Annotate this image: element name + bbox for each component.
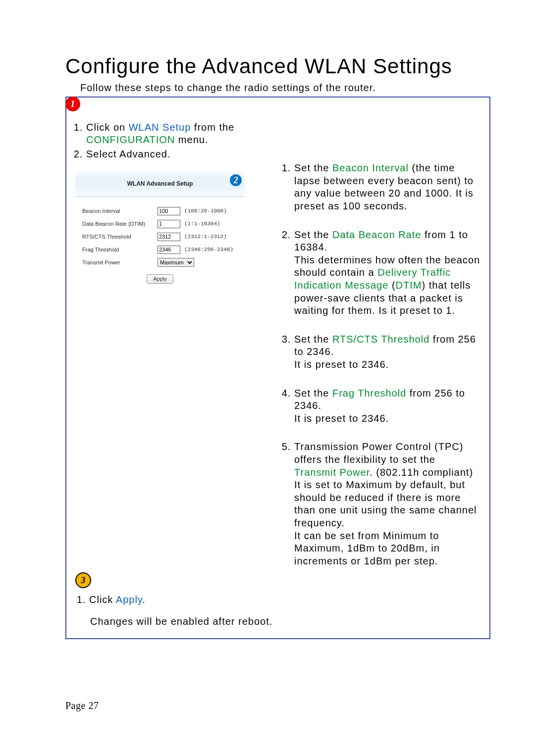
apply-button[interactable]: Apply [147, 274, 173, 284]
row-rts: RTS/CTS Threshold (2312:1-2312) [82, 231, 238, 243]
configuration-term: CONFIGURATION [86, 134, 175, 145]
right-step-3: Set the RTS/CTS Threshold from 256 to 23… [294, 333, 481, 371]
intro-text: Follow these steps to change the radio s… [80, 82, 490, 94]
step-badge-3: 3 [75, 572, 91, 588]
reboot-note: Changes will be enabled after reboot. [90, 616, 481, 627]
right-step-1: Set the Beacon Interval (the time lapse … [294, 162, 481, 212]
rts-hint: (2312:1-2312) [184, 234, 227, 240]
panel-title: WLAN Advanced Setup [127, 180, 193, 187]
dtim-label: Data Beacon Rate (DTIM) [82, 221, 158, 227]
right-step-2: Set the Data Beacon Rate from 1 to 16384… [294, 229, 481, 317]
rts-term: RTS/CTS Threshold [332, 334, 429, 345]
right-steps: Set the Beacon Interval (the time lapse … [275, 162, 481, 567]
left-step-2: Select Advanced. [86, 148, 264, 160]
wlan-setup-link[interactable]: WLAN Setup [129, 122, 191, 133]
step3-block: 3 Click Apply. Changes will be enabled a… [75, 572, 481, 627]
left-steps: Click on WLAN Setup from the CONFIGURATI… [75, 121, 264, 160]
row-beacon-interval: Beacon Interval (100:20-1000) [82, 205, 238, 217]
rts-label: RTS/CTS Threshold [82, 234, 158, 240]
dtim-term-short: DTIM [396, 280, 422, 291]
frag-label: Frag Threshold [82, 247, 158, 252]
tx-power-label: Transmit Power [82, 259, 158, 265]
page-number: Page 27 [65, 700, 99, 711]
dtim-input[interactable] [158, 220, 180, 228]
frag-hint: (2346:256-2346) [184, 247, 233, 252]
step3-item-1: Click Apply. [89, 593, 481, 606]
row-tx-power: Transmit Power Maximum [82, 256, 238, 268]
instruction-frame: 1 Click on WLAN Setup from the CONFIGURA… [65, 97, 490, 639]
beacon-interval-label: Beacon Interval [82, 208, 158, 214]
frag-input[interactable] [158, 246, 180, 254]
row-dtim: Data Beacon Rate (DTIM) (1:1-16384) [82, 218, 238, 230]
left-step-1: Click on WLAN Setup from the CONFIGURATI… [86, 121, 264, 146]
tx-power-select[interactable]: Maximum [158, 258, 194, 267]
right-step-4: Set the Frag Threshold from 256 to 2346.… [294, 387, 481, 425]
beacon-interval-input[interactable] [158, 207, 180, 215]
row-frag: Frag Threshold (2346:256-2346) [82, 244, 238, 255]
wlan-advanced-panel: WLAN Advanced Setup 2 Beacon Interval (1… [75, 171, 245, 292]
dtim-hint: (1:1-16384) [184, 221, 220, 227]
page-title: Configure the Advanced WLAN Settings [65, 54, 490, 78]
apply-link[interactable]: Apply [116, 594, 143, 605]
transmit-power-term: Transmit Power [294, 467, 370, 478]
rts-input[interactable] [158, 233, 180, 241]
panel-header: WLAN Advanced Setup 2 [75, 171, 245, 197]
step-badge-2: 2 [230, 174, 242, 186]
right-step-5: Transmission Power Control (TPC) offers … [294, 441, 481, 567]
beacon-interval-term: Beacon Interval [332, 162, 409, 173]
beacon-interval-hint: (100:20-1000) [184, 208, 227, 214]
frag-term: Frag Threshold [332, 388, 406, 399]
data-beacon-rate-term: Data Beacon Rate [332, 229, 421, 240]
